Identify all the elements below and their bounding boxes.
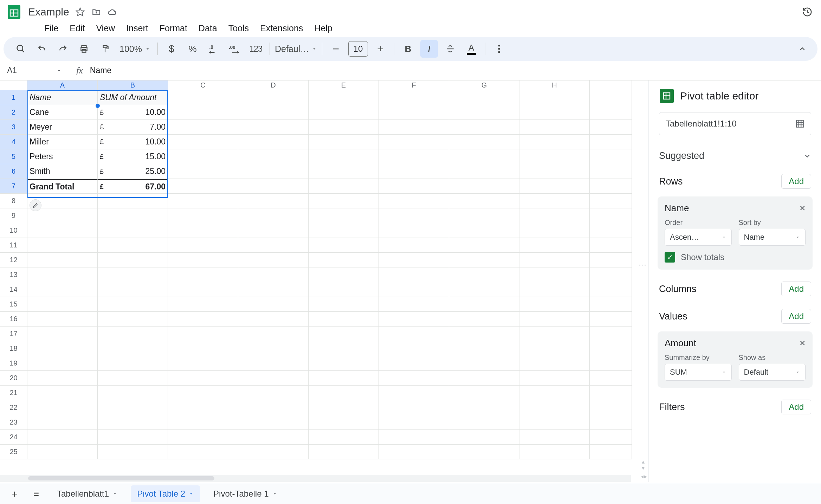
cell-G1[interactable] bbox=[449, 90, 519, 105]
cell-A15[interactable] bbox=[27, 297, 98, 312]
percent-icon[interactable]: % bbox=[184, 40, 201, 58]
cell-D5[interactable] bbox=[238, 149, 309, 164]
menu-insert[interactable]: Insert bbox=[121, 22, 153, 35]
cell-D17[interactable] bbox=[238, 327, 309, 341]
cell-G9[interactable] bbox=[449, 208, 519, 223]
cell-C21[interactable] bbox=[168, 386, 238, 400]
cell-H8[interactable] bbox=[519, 194, 590, 208]
cell-B23[interactable] bbox=[98, 415, 168, 430]
cell-E14[interactable] bbox=[309, 282, 379, 297]
column-header-B[interactable]: B bbox=[98, 80, 168, 90]
cell-A11[interactable] bbox=[27, 238, 98, 253]
column-header-C[interactable]: C bbox=[168, 80, 238, 90]
bold-icon[interactable]: B bbox=[399, 40, 417, 58]
edit-pivot-icon[interactable] bbox=[30, 199, 41, 211]
cell-B24[interactable] bbox=[98, 430, 168, 445]
menu-view[interactable]: View bbox=[91, 22, 120, 35]
cell-H4[interactable] bbox=[519, 135, 590, 149]
sidebar-drag-handle[interactable]: ⋮ bbox=[638, 261, 647, 269]
cell-B22[interactable] bbox=[98, 400, 168, 415]
spreadsheet-grid[interactable]: ABCDEFGH1NameSUM of Amount2Cane£10.003Me… bbox=[0, 80, 649, 482]
cell-G21[interactable] bbox=[449, 386, 519, 400]
cell-G17[interactable] bbox=[449, 327, 519, 341]
menu-format[interactable]: Format bbox=[155, 22, 192, 35]
cell-C1[interactable] bbox=[168, 90, 238, 105]
menu-help[interactable]: Help bbox=[309, 22, 337, 35]
cell-I21[interactable] bbox=[590, 386, 632, 400]
cell-F8[interactable] bbox=[379, 194, 449, 208]
cell-C6[interactable] bbox=[168, 164, 238, 179]
cell-H22[interactable] bbox=[519, 400, 590, 415]
cell-C23[interactable] bbox=[168, 415, 238, 430]
cell-G15[interactable] bbox=[449, 297, 519, 312]
cell-I15[interactable] bbox=[590, 297, 632, 312]
decrease-decimal-icon[interactable]: .0 bbox=[205, 40, 222, 58]
cell-D15[interactable] bbox=[238, 297, 309, 312]
showas-select[interactable]: Default bbox=[739, 364, 806, 381]
cell-B8[interactable] bbox=[98, 194, 168, 208]
row-header-10[interactable]: 10 bbox=[0, 223, 27, 238]
row-header-1[interactable]: 1 bbox=[0, 90, 27, 105]
column-header-I[interactable] bbox=[590, 80, 632, 90]
search-icon[interactable] bbox=[12, 40, 30, 58]
cell-E7[interactable] bbox=[309, 179, 379, 194]
cell-D16[interactable] bbox=[238, 312, 309, 327]
row-header-7[interactable]: 7 bbox=[0, 179, 27, 194]
cell-E8[interactable] bbox=[309, 194, 379, 208]
cell-G4[interactable] bbox=[449, 135, 519, 149]
cell-A7[interactable]: Grand Total bbox=[27, 179, 98, 194]
cell-F19[interactable] bbox=[379, 356, 449, 371]
more-icon[interactable] bbox=[490, 40, 508, 58]
menu-extensions[interactable]: Extensions bbox=[255, 22, 308, 35]
cell-C12[interactable] bbox=[168, 253, 238, 267]
cell-C25[interactable] bbox=[168, 445, 238, 459]
menu-edit[interactable]: Edit bbox=[65, 22, 90, 35]
cell-B11[interactable] bbox=[98, 238, 168, 253]
cell-B10[interactable] bbox=[98, 223, 168, 238]
cell-A19[interactable] bbox=[27, 356, 98, 371]
vertical-scroll-arrows[interactable]: ▴▾ bbox=[639, 459, 647, 471]
cell-A17[interactable] bbox=[27, 327, 98, 341]
cell-D7[interactable] bbox=[238, 179, 309, 194]
cell-H20[interactable] bbox=[519, 371, 590, 386]
cell-H13[interactable] bbox=[519, 267, 590, 282]
cell-G11[interactable] bbox=[449, 238, 519, 253]
undo-icon[interactable] bbox=[33, 40, 51, 58]
cell-H6[interactable] bbox=[519, 164, 590, 179]
cell-F7[interactable] bbox=[379, 179, 449, 194]
cell-D24[interactable] bbox=[238, 430, 309, 445]
cell-B20[interactable] bbox=[98, 371, 168, 386]
cell-B15[interactable] bbox=[98, 297, 168, 312]
cell-H23[interactable] bbox=[519, 415, 590, 430]
cell-D12[interactable] bbox=[238, 253, 309, 267]
cell-I3[interactable] bbox=[590, 120, 632, 135]
cell-G20[interactable] bbox=[449, 371, 519, 386]
cell-E23[interactable] bbox=[309, 415, 379, 430]
cell-G3[interactable] bbox=[449, 120, 519, 135]
cell-H15[interactable] bbox=[519, 297, 590, 312]
decrease-font-icon[interactable]: − bbox=[327, 40, 345, 58]
cell-I9[interactable] bbox=[590, 208, 632, 223]
column-header-A[interactable]: A bbox=[27, 80, 98, 90]
cell-E5[interactable] bbox=[309, 149, 379, 164]
cell-B13[interactable] bbox=[98, 267, 168, 282]
cell-G6[interactable] bbox=[449, 164, 519, 179]
cell-I8[interactable] bbox=[590, 194, 632, 208]
cell-I12[interactable] bbox=[590, 253, 632, 267]
cell-H7[interactable] bbox=[519, 179, 590, 194]
cell-E1[interactable] bbox=[309, 90, 379, 105]
cell-B1[interactable]: SUM of Amount bbox=[98, 90, 168, 105]
column-header-G[interactable]: G bbox=[449, 80, 519, 90]
cell-C13[interactable] bbox=[168, 267, 238, 282]
cell-I16[interactable] bbox=[590, 312, 632, 327]
cell-F5[interactable] bbox=[379, 149, 449, 164]
add-sheet-icon[interactable]: ＋ bbox=[7, 486, 22, 501]
cell-I7[interactable] bbox=[590, 179, 632, 194]
cell-H24[interactable] bbox=[519, 430, 590, 445]
cell-H3[interactable] bbox=[519, 120, 590, 135]
strikethrough-icon[interactable] bbox=[441, 40, 459, 58]
cell-H9[interactable] bbox=[519, 208, 590, 223]
cell-D9[interactable] bbox=[238, 208, 309, 223]
cell-F23[interactable] bbox=[379, 415, 449, 430]
cell-G25[interactable] bbox=[449, 445, 519, 459]
